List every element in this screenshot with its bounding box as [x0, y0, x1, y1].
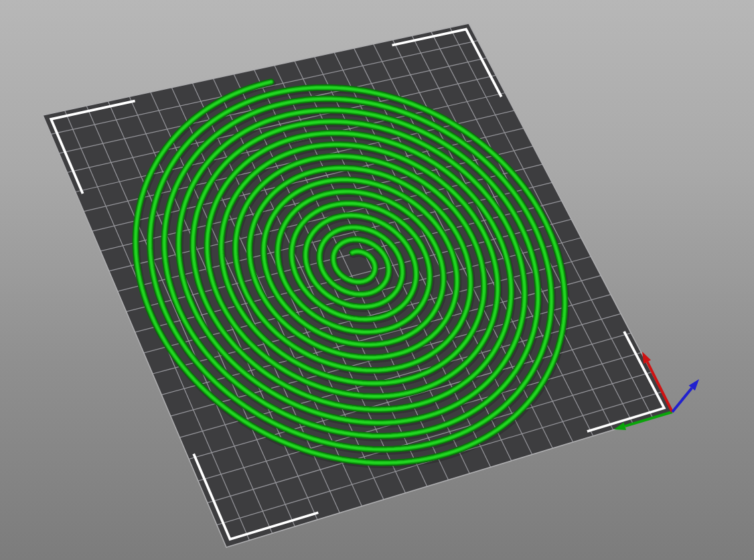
z-axis — [672, 379, 699, 412]
3d-viewport[interactable] — [0, 0, 754, 560]
slicer-preview-canvas — [0, 0, 754, 560]
